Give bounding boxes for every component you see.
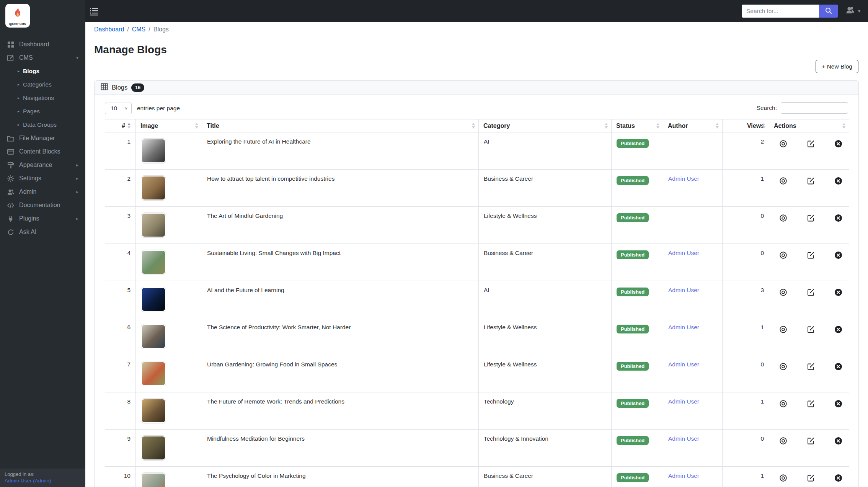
- column-header-actions[interactable]: Actions: [769, 119, 849, 132]
- delete-icon[interactable]: [834, 251, 843, 260]
- caret-down-icon: ▾: [76, 55, 78, 60]
- column-header-category[interactable]: Category: [479, 119, 612, 132]
- caret-right-icon: ▸: [76, 216, 78, 221]
- edit-icon[interactable]: [806, 325, 815, 334]
- edit-icon[interactable]: [806, 288, 815, 297]
- sidebar-item-navigations[interactable]: ▸Navigations: [0, 91, 85, 105]
- sidebar-item-plugins[interactable]: Plugins▸: [0, 212, 85, 225]
- delete-icon[interactable]: [834, 288, 843, 297]
- column-header-status[interactable]: Status: [612, 119, 663, 132]
- breadcrumb-separator: /: [148, 26, 150, 33]
- cell-status: Published: [612, 467, 663, 487]
- author-link[interactable]: Admin User: [668, 435, 699, 442]
- sidebar-item-categories[interactable]: ▸Categories: [0, 78, 85, 91]
- column-label: Title: [207, 123, 219, 129]
- cell-num: 3: [105, 207, 136, 244]
- column-label: Views: [747, 123, 764, 129]
- view-icon[interactable]: [779, 474, 788, 482]
- sidebar-subitem-label: Navigations: [23, 95, 54, 101]
- delete-icon[interactable]: [834, 139, 843, 148]
- view-icon[interactable]: [779, 139, 788, 148]
- delete-icon[interactable]: [834, 474, 843, 482]
- breadcrumb-dashboard[interactable]: Dashboard: [94, 26, 124, 33]
- topbar: ▾: [0, 0, 868, 22]
- author-link[interactable]: Admin User: [668, 361, 699, 368]
- search-button[interactable]: [819, 5, 838, 18]
- delete-icon[interactable]: [834, 176, 843, 185]
- column-header-image[interactable]: Image: [136, 119, 202, 132]
- column-header-num[interactable]: #: [105, 119, 136, 132]
- view-icon[interactable]: [779, 436, 788, 445]
- column-header-title[interactable]: Title: [202, 119, 479, 132]
- edit-icon[interactable]: [806, 362, 815, 371]
- cell-views: 0: [723, 207, 769, 244]
- table-row: 9Mindfulness Meditation for BeginnersTec…: [105, 430, 849, 467]
- sidebar-item-file-manager[interactable]: File Manager: [0, 131, 85, 145]
- sidebar-item-cms[interactable]: CMS▾: [0, 51, 85, 64]
- page-size-value: 10: [111, 105, 117, 112]
- view-icon[interactable]: [779, 362, 788, 371]
- cell-author: Admin User: [663, 430, 723, 467]
- author-link[interactable]: Admin User: [668, 398, 699, 405]
- app-logo[interactable]: Igniter CMS: [5, 4, 30, 28]
- view-icon[interactable]: [779, 176, 788, 185]
- blog-thumbnail: [141, 250, 166, 275]
- logo-text: Igniter CMS: [9, 22, 26, 26]
- edit-icon[interactable]: [806, 251, 815, 260]
- author-link[interactable]: Admin User: [668, 175, 699, 182]
- status-badge: Published: [617, 139, 649, 148]
- author-link[interactable]: Admin User: [668, 472, 699, 479]
- new-blog-button[interactable]: + New Blog: [816, 60, 858, 73]
- breadcrumb-cms[interactable]: CMS: [132, 26, 146, 33]
- delete-icon[interactable]: [834, 214, 843, 222]
- delete-icon[interactable]: [834, 436, 843, 445]
- edit-icon[interactable]: [806, 474, 815, 482]
- cell-image: [136, 207, 202, 244]
- cell-num: 4: [105, 244, 136, 281]
- search-input[interactable]: [742, 5, 819, 18]
- sidebar-item-ask-ai[interactable]: Ask AI: [0, 225, 85, 239]
- edit-icon[interactable]: [806, 139, 815, 148]
- cell-category: Business & Career: [479, 467, 612, 487]
- cell-num: 1: [105, 132, 136, 170]
- table-search-input[interactable]: [781, 102, 848, 114]
- cell-category: Business & Career: [479, 244, 612, 281]
- delete-icon[interactable]: [834, 325, 843, 334]
- edit-icon[interactable]: [806, 214, 815, 222]
- sidebar-item-pages[interactable]: ▸Pages: [0, 105, 85, 118]
- user-menu[interactable]: ▾: [845, 5, 860, 18]
- logged-in-user-link[interactable]: Admin User (Admin): [5, 478, 81, 484]
- author-link[interactable]: Admin User: [668, 324, 699, 330]
- sidebar-item-admin[interactable]: Admin▸: [0, 185, 85, 198]
- column-header-views[interactable]: Views: [723, 119, 769, 132]
- column-label: Image: [140, 123, 158, 129]
- sidebar-item-appearance[interactable]: Appearance▸: [0, 158, 85, 172]
- sidebar-item-settings[interactable]: Settings▸: [0, 172, 85, 185]
- column-header-author[interactable]: Author: [663, 119, 723, 132]
- view-icon[interactable]: [779, 214, 788, 222]
- edit-icon[interactable]: [806, 436, 815, 445]
- view-icon[interactable]: [779, 325, 788, 334]
- breadcrumb: Dashboard/CMS/Blogs: [94, 26, 169, 33]
- view-icon[interactable]: [779, 288, 788, 297]
- sidebar-item-content-blocks[interactable]: Content Blocks: [0, 145, 85, 158]
- sidebar-item-dashboard[interactable]: Dashboard: [0, 38, 85, 51]
- view-icon[interactable]: [779, 399, 788, 408]
- sidebar-item-data-groups[interactable]: ▸Data Groups: [0, 118, 85, 131]
- page-size-select[interactable]: 10 ˅: [105, 103, 132, 114]
- view-icon[interactable]: [779, 251, 788, 260]
- cell-title: The Art of Mindful Gardening: [202, 207, 479, 244]
- delete-icon[interactable]: [834, 399, 843, 408]
- entries-per-page-label: entries per page: [137, 105, 180, 112]
- author-link[interactable]: Admin User: [668, 287, 699, 293]
- cell-title: The Future of Remote Work: Trends and Pr…: [202, 392, 479, 430]
- edit-icon[interactable]: [806, 399, 815, 408]
- delete-icon[interactable]: [834, 362, 843, 371]
- status-badge: Published: [617, 473, 649, 482]
- sidebar-toggle-icon[interactable]: [89, 7, 99, 16]
- edit-icon[interactable]: [806, 176, 815, 185]
- sidebar-item-label: Content Blocks: [19, 148, 60, 155]
- sidebar-item-documentation[interactable]: Documentation: [0, 198, 85, 212]
- sidebar-item-blogs[interactable]: ▸Blogs: [0, 64, 85, 78]
- author-link[interactable]: Admin User: [668, 250, 699, 256]
